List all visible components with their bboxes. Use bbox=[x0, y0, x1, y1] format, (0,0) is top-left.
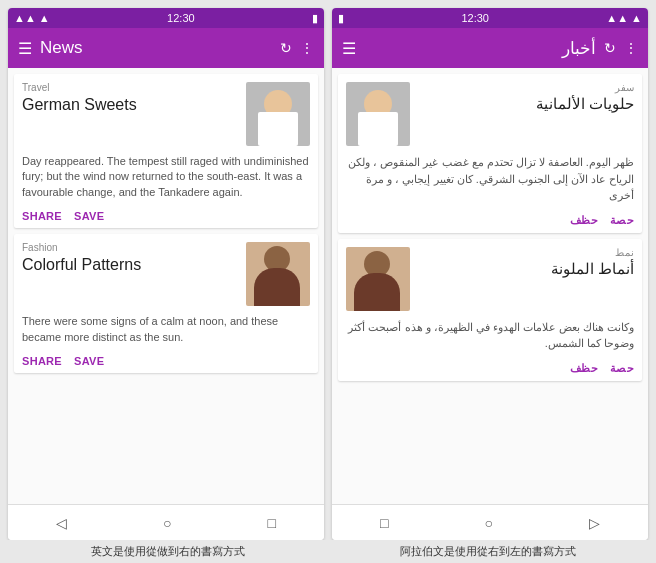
rtl-time: 12:30 bbox=[461, 12, 489, 24]
rtl-card-2-action2[interactable]: حظف bbox=[570, 362, 598, 375]
rtl-card-2-top: نمط أنماط الملونة bbox=[338, 239, 642, 315]
ltr-battery-icons: ▮ bbox=[312, 12, 318, 25]
rtl-card-1-title: حلويات الألمانية bbox=[416, 95, 634, 113]
rtl-status-icons: ▲▲ ▲ bbox=[606, 12, 642, 24]
rtl-bottom-nav: □ ○ ▷ bbox=[332, 504, 648, 540]
battery-icon: ▮ bbox=[312, 12, 318, 24]
rtl-card-2: نمط أنماط الملونة وكانت هناك بعض علامات … bbox=[338, 239, 642, 381]
rtl-card-2-action1[interactable]: حصة bbox=[610, 362, 634, 375]
ltr-card-2-save[interactable]: SAVE bbox=[74, 355, 104, 367]
signal-icon: ▲▲ bbox=[14, 12, 36, 24]
ltr-card-2-text: Fashion Colorful Patterns bbox=[22, 242, 240, 306]
ltr-card-1-image bbox=[246, 82, 310, 146]
ltr-card-1-category: Travel bbox=[22, 82, 240, 93]
ltr-bottom-nav: ◁ ○ □ bbox=[8, 504, 324, 540]
rtl-signal-icon: ▲▲ bbox=[606, 12, 628, 24]
rtl-recents-button[interactable]: □ bbox=[368, 509, 400, 537]
rtl-caption: 阿拉伯文是使用從右到左的書寫方式 bbox=[328, 544, 648, 559]
ltr-card-1-text: Travel German Sweets bbox=[22, 82, 240, 146]
rtl-card-1-text: سفر حلويات الألمانية bbox=[416, 82, 634, 146]
rtl-content: سفر حلويات الألمانية ظهر اليوم. العاصفة … bbox=[332, 68, 648, 504]
ltr-card-2-actions: SHARE SAVE bbox=[14, 351, 318, 373]
rtl-card-1-action1[interactable]: حصة bbox=[610, 214, 634, 227]
rtl-card-1-body: ظهر اليوم. العاصفة لا تزال تحتدم مع غضب … bbox=[338, 150, 642, 210]
ltr-content: Travel German Sweets Day reappeared. The… bbox=[8, 68, 324, 504]
rtl-chef-image bbox=[346, 82, 410, 146]
ltr-card-1-actions: SHARE SAVE bbox=[14, 206, 318, 228]
ltr-card-2-share[interactable]: SHARE bbox=[22, 355, 62, 367]
woman-image bbox=[246, 242, 310, 306]
more-icon[interactable] bbox=[300, 40, 314, 56]
rtl-card-2-image bbox=[346, 247, 410, 311]
ltr-card-2-top: Fashion Colorful Patterns bbox=[14, 234, 318, 310]
rtl-card-1-top: سفر حلويات الألمانية bbox=[338, 74, 642, 150]
rtl-status-bar: ▲▲ ▲ 12:30 ▮ bbox=[332, 8, 648, 28]
ltr-card-1-share[interactable]: SHARE bbox=[22, 210, 62, 222]
ltr-card-2-body: There were some signs of a calm at noon,… bbox=[14, 310, 318, 351]
ltr-card-1-title: German Sweets bbox=[22, 95, 240, 114]
rtl-card-2-category: نمط bbox=[416, 247, 634, 258]
ltr-card-2: Fashion Colorful Patterns There were som… bbox=[14, 234, 318, 373]
ltr-card-1: Travel German Sweets Day reappeared. The… bbox=[14, 74, 318, 228]
wifi-icon: ▲ bbox=[39, 12, 50, 24]
rtl-forward-button[interactable]: ▷ bbox=[577, 509, 612, 537]
rtl-card-1: سفر حلويات الألمانية ظهر اليوم. العاصفة … bbox=[338, 74, 642, 233]
rtl-refresh-icon[interactable] bbox=[604, 40, 616, 56]
ltr-status-bar: ▲▲ ▲ 12:30 ▮ bbox=[8, 8, 324, 28]
ltr-time: 12:30 bbox=[167, 12, 195, 24]
ltr-phone: ▲▲ ▲ 12:30 ▮ News bbox=[8, 8, 324, 540]
ltr-card-1-top: Travel German Sweets bbox=[14, 74, 318, 150]
caption-row: 英文是使用從做到右的書寫方式 阿拉伯文是使用從右到左的書寫方式 bbox=[0, 540, 656, 563]
rtl-card-2-actions: حصة حظف bbox=[338, 358, 642, 381]
ltr-card-2-title: Colorful Patterns bbox=[22, 255, 240, 274]
rtl-app-bar: أخبار bbox=[332, 28, 648, 68]
back-button[interactable]: ◁ bbox=[44, 509, 79, 537]
rtl-app-title: أخبار bbox=[364, 38, 596, 59]
rtl-wifi-icon: ▲ bbox=[631, 12, 642, 24]
rtl-card-1-image bbox=[346, 82, 410, 146]
ltr-caption: 英文是使用從做到右的書寫方式 bbox=[8, 544, 328, 559]
rtl-card-2-body: وكانت هناك بعض علامات الهدوء في الظهيرة،… bbox=[338, 315, 642, 358]
ltr-card-2-category: Fashion bbox=[22, 242, 240, 253]
home-button[interactable]: ○ bbox=[151, 509, 183, 537]
ltr-card-1-body: Day reappeared. The tempest still raged … bbox=[14, 150, 318, 206]
rtl-card-1-action2[interactable]: حظف bbox=[570, 214, 598, 227]
rtl-phone: ▲▲ ▲ 12:30 ▮ أخبار bbox=[332, 8, 648, 540]
ltr-app-title: News bbox=[40, 38, 272, 58]
ltr-status-icons: ▲▲ ▲ bbox=[14, 12, 50, 24]
rtl-hamburger-icon[interactable] bbox=[342, 39, 356, 58]
ltr-app-bar: News bbox=[8, 28, 324, 68]
ltr-card-1-save[interactable]: SAVE bbox=[74, 210, 104, 222]
rtl-battery-icon: ▮ bbox=[338, 12, 344, 24]
rtl-more-icon[interactable] bbox=[624, 40, 638, 56]
ltr-card-2-image bbox=[246, 242, 310, 306]
rtl-woman-image bbox=[346, 247, 410, 311]
hamburger-icon[interactable] bbox=[18, 39, 32, 58]
rtl-battery-icons: ▮ bbox=[338, 12, 344, 25]
rtl-card-1-actions: حصة حظف bbox=[338, 210, 642, 233]
recents-button[interactable]: □ bbox=[256, 509, 288, 537]
refresh-icon[interactable] bbox=[280, 40, 292, 56]
rtl-home-button[interactable]: ○ bbox=[472, 509, 504, 537]
rtl-card-2-title: أنماط الملونة bbox=[416, 260, 634, 278]
rtl-card-2-text: نمط أنماط الملونة bbox=[416, 247, 634, 311]
chef-image bbox=[246, 82, 310, 146]
rtl-card-1-category: سفر bbox=[416, 82, 634, 93]
